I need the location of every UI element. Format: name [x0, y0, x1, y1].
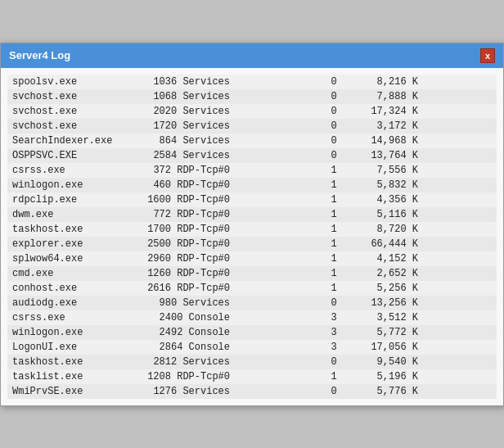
session-num: 1 — [313, 238, 354, 251]
empty-cell — [232, 355, 313, 369]
memory-value: 5,196 K — [354, 370, 420, 383]
log-content[interactable]: spoolsv.exe 1036 Services 0 8,216 K svch… — [1, 68, 503, 405]
process-name: LogonUI.exe — [11, 341, 133, 354]
table-row: tasklist.exe 1208 RDP-Tcp#0 1 5,196 K — [7, 369, 497, 384]
table-row: winlogon.exe 2492 Console 3 5,772 K — [7, 325, 497, 340]
memory-value: 5,116 K — [354, 208, 420, 221]
session-num: 0 — [313, 385, 354, 398]
empty-cell — [232, 90, 313, 103]
process-name: svchost.exe — [11, 105, 133, 118]
table-row: WmiPrvSE.exe 1276 Services 0 5,776 K — [7, 384, 497, 399]
pid-value: 1720 Services — [133, 120, 232, 133]
process-name: SearchIndexer.exe — [11, 134, 133, 147]
session-num: 0 — [313, 296, 354, 310]
empty-cell — [232, 149, 313, 162]
table-row: taskhost.exe 2812 Services 0 9,540 K — [7, 355, 497, 369]
process-name: dwm.exe — [11, 208, 133, 221]
empty-cell — [232, 296, 313, 310]
process-name: csrss.exe — [11, 164, 133, 177]
process-name: svchost.exe — [11, 120, 133, 133]
session-num: 0 — [313, 355, 354, 369]
table-row: OSPPSVC.EXE 2584 Services 0 13,764 K — [7, 148, 497, 163]
memory-value: 13,256 K — [354, 296, 420, 310]
pid-value: 772 RDP-Tcp#0 — [133, 208, 232, 221]
session-num: 3 — [313, 341, 354, 354]
memory-value: 9,540 K — [354, 355, 420, 369]
title-bar: Server4 Log x — [1, 43, 503, 68]
process-name: winlogon.exe — [11, 179, 133, 192]
empty-cell — [232, 75, 313, 88]
empty-cell — [232, 385, 313, 398]
memory-value: 17,324 K — [354, 105, 420, 118]
empty-cell — [232, 179, 313, 192]
pid-value: 1208 RDP-Tcp#0 — [133, 370, 232, 383]
process-name: csrss.exe — [11, 311, 133, 324]
session-num: 3 — [313, 311, 354, 324]
table-row: conhost.exe 2616 RDP-Tcp#0 1 5,256 K — [7, 281, 497, 296]
memory-value: 14,968 K — [354, 134, 420, 147]
session-num: 3 — [313, 326, 354, 339]
process-name: WmiPrvSE.exe — [11, 385, 133, 398]
memory-value: 5,832 K — [354, 179, 420, 192]
table-row: audiodg.exe 980 Services 0 13,256 K — [7, 296, 497, 310]
process-name: OSPPSVC.EXE — [11, 149, 133, 162]
empty-cell — [232, 120, 313, 133]
pid-value: 372 RDP-Tcp#0 — [133, 164, 232, 177]
empty-cell — [232, 223, 313, 236]
table-row: splwow64.exe 2960 RDP-Tcp#0 1 4,152 K — [7, 251, 497, 266]
empty-cell — [232, 311, 313, 324]
session-num: 1 — [313, 223, 354, 236]
table-row: rdpclip.exe 1600 RDP-Tcp#0 1 4,356 K — [7, 192, 497, 207]
table-row: csrss.exe 372 RDP-Tcp#0 1 7,556 K — [7, 163, 497, 178]
table-row: explorer.exe 2500 RDP-Tcp#0 1 66,444 K — [7, 237, 497, 251]
pid-value: 2400 Console — [133, 311, 232, 324]
process-name: cmd.exe — [11, 267, 133, 280]
table-row: csrss.exe 2400 Console 3 3,512 K — [7, 310, 497, 325]
empty-cell — [232, 134, 313, 147]
table-row: LogonUI.exe 2864 Console 3 17,056 K — [7, 340, 497, 355]
memory-value: 5,772 K — [354, 326, 420, 339]
process-name: winlogon.exe — [11, 326, 133, 339]
process-name: taskhost.exe — [11, 355, 133, 369]
memory-value: 5,776 K — [354, 385, 420, 398]
process-name: splwow64.exe — [11, 252, 133, 265]
table-row: taskhost.exe 1700 RDP-Tcp#0 1 8,720 K — [7, 222, 497, 237]
memory-value: 4,356 K — [354, 193, 420, 206]
close-button[interactable]: x — [480, 48, 495, 63]
pid-value: 864 Services — [133, 134, 232, 147]
table-row: winlogon.exe 460 RDP-Tcp#0 1 5,832 K — [7, 178, 497, 192]
session-num: 0 — [313, 105, 354, 118]
session-num: 1 — [313, 282, 354, 295]
empty-cell — [232, 252, 313, 265]
memory-value: 66,444 K — [354, 238, 420, 251]
table-row: SearchIndexer.exe 864 Services 0 14,968 … — [7, 133, 497, 148]
pid-value: 2584 Services — [133, 149, 232, 162]
memory-value: 3,512 K — [354, 311, 420, 324]
pid-value: 2492 Console — [133, 326, 232, 339]
pid-value: 1036 Services — [133, 75, 232, 88]
memory-value: 8,720 K — [354, 223, 420, 236]
pid-value: 2500 RDP-Tcp#0 — [133, 238, 232, 251]
pid-value: 1600 RDP-Tcp#0 — [133, 193, 232, 206]
table-row: svchost.exe 1068 Services 0 7,888 K — [7, 89, 497, 104]
memory-value: 17,056 K — [354, 341, 420, 354]
table-row: dwm.exe 772 RDP-Tcp#0 1 5,116 K — [7, 207, 497, 222]
pid-value: 1260 RDP-Tcp#0 — [133, 267, 232, 280]
empty-cell — [232, 267, 313, 280]
session-num: 1 — [313, 370, 354, 383]
session-num: 0 — [313, 75, 354, 88]
memory-value: 4,152 K — [354, 252, 420, 265]
empty-cell — [232, 208, 313, 221]
process-name: taskhost.exe — [11, 223, 133, 236]
process-name: conhost.exe — [11, 282, 133, 295]
pid-value: 1700 RDP-Tcp#0 — [133, 223, 232, 236]
process-name: spoolsv.exe — [11, 75, 133, 88]
empty-cell — [232, 282, 313, 295]
empty-cell — [232, 164, 313, 177]
session-num: 1 — [313, 267, 354, 280]
table-row: svchost.exe 2020 Services 0 17,324 K — [7, 104, 497, 119]
window-title: Server4 Log — [9, 49, 70, 61]
empty-cell — [232, 341, 313, 354]
pid-value: 1068 Services — [133, 90, 232, 103]
process-name: audiodg.exe — [11, 296, 133, 310]
